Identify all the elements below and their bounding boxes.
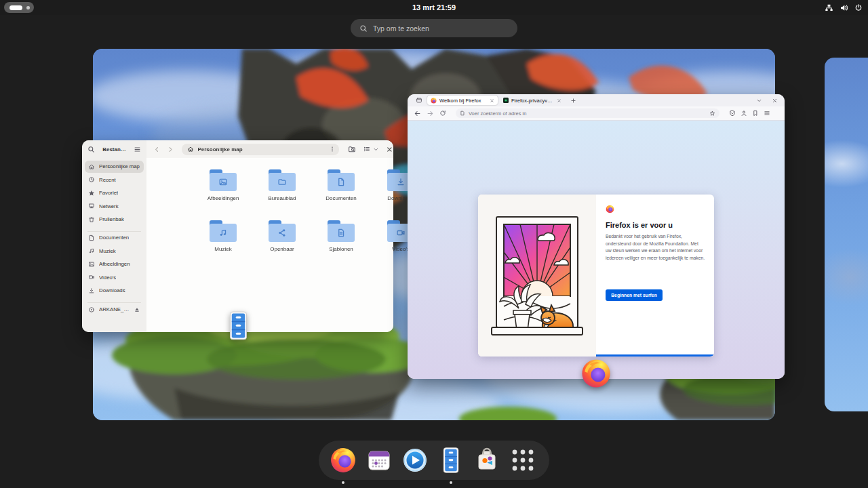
eject-icon[interactable] (134, 306, 140, 313)
folder-icon (208, 167, 239, 193)
app-menu-icon[interactable] (764, 110, 770, 117)
sidebar-item-downloads[interactable]: Downloads (85, 285, 144, 297)
files-window[interactable]: Bestan… Persoonlijke mapRecentFavorietNe… (82, 140, 393, 332)
welcome-card: Firefox is er voor u Bedankt voor het ge… (478, 195, 714, 357)
list-view-icon[interactable] (363, 145, 371, 153)
folder-icon (267, 218, 298, 244)
sidebar-item-prullenbak[interactable]: Prullenbak (85, 214, 144, 226)
sidebar-item-recent[interactable]: Recent (85, 174, 144, 186)
folder-sjablonen[interactable]: Sjablonen (317, 218, 366, 252)
sidebar-item-netwerk[interactable]: Netwerk (85, 201, 144, 213)
forward-icon[interactable] (167, 146, 174, 153)
files-content: Afbeeldingen Bureaublad Documenten Downl… (146, 158, 393, 332)
download-icon (88, 287, 95, 294)
close-tab-icon[interactable] (490, 98, 494, 103)
page-icon (460, 110, 465, 116)
firefox-app-badge-icon[interactable] (580, 358, 612, 389)
sidebar-item-muziek[interactable]: Muziek (85, 245, 144, 258)
disc-icon (88, 306, 95, 313)
url-bar[interactable]: Voer zoekterm of adres in (456, 108, 719, 118)
close-window-icon[interactable] (772, 98, 778, 104)
sidebar-item-afbeeldingen[interactable]: Afbeeldingen (85, 258, 144, 270)
tab-title: Welkom bij Firefox (439, 98, 487, 104)
forward-icon[interactable] (427, 110, 434, 117)
list-tabs-chevron-icon[interactable] (756, 98, 762, 104)
dock (319, 441, 549, 480)
search-folder-icon[interactable] (348, 145, 356, 153)
folder-bureaublad[interactable]: Bureaublad (258, 167, 307, 201)
power-icon (854, 3, 863, 12)
files-sidebar: Bestan… Persoonlijke mapRecentFavorietNe… (82, 140, 147, 332)
search-placeholder: Typ om te zoeken (373, 24, 429, 33)
music-icon (88, 247, 95, 254)
welcome-text-pane: Firefox is er voor u Bedankt voor het ge… (596, 195, 714, 357)
new-tab-icon[interactable] (570, 98, 576, 104)
sidebar-item-persoonlijke-map[interactable]: Persoonlijke map (85, 161, 144, 173)
welcome-heading: Firefox is er voor u (606, 221, 705, 229)
sidebar-item-favoriet[interactable]: Favoriet (85, 187, 144, 199)
files-headerbar: Persoonlijke map (146, 140, 393, 159)
bookmark-star-icon[interactable] (709, 110, 715, 117)
tab-privacy[interactable]: Firefox-privacyverklaring (500, 96, 565, 105)
search-icon (359, 24, 368, 33)
back-icon[interactable] (414, 110, 421, 117)
dock-item-software[interactable] (473, 447, 500, 474)
folder-icon (208, 218, 239, 244)
tab-title: Firefox-privacyverklaring (511, 98, 554, 104)
files-app-badge-icon[interactable] (226, 310, 251, 341)
software-icon (473, 447, 500, 474)
firefox-page: Firefox is er voor u Bedankt voor het ge… (408, 121, 785, 379)
reload-icon[interactable] (439, 110, 446, 117)
sidebar-item-arkane[interactable]: ARKANE_… (85, 304, 144, 316)
dock-item-app-grid[interactable] (509, 447, 536, 474)
trash-icon (88, 216, 95, 223)
firefox-view-icon[interactable] (416, 97, 422, 104)
account-icon[interactable] (741, 110, 747, 117)
top-bar: 13 mrt 21:59 (0, 0, 868, 15)
folder-icon (326, 218, 357, 244)
back-icon[interactable] (153, 146, 161, 153)
bookmarks-banner-icon[interactable] (752, 110, 759, 117)
urlbar-placeholder: Voer zoekterm of adres in (469, 110, 706, 117)
folder-openbaar[interactable]: Openbaar (258, 218, 307, 252)
clock-icon (88, 176, 95, 183)
clock[interactable]: 13 mrt 21:59 (0, 0, 868, 15)
running-indicator-dot (450, 481, 452, 484)
folder-icon (326, 167, 357, 193)
firefox-logo (606, 205, 614, 214)
close-icon[interactable] (386, 146, 393, 153)
system-tray[interactable] (825, 0, 863, 15)
firefox-tab-bar: Welkom bij Firefox Firefox-privacyverkla… (408, 94, 785, 106)
files-app-title: Bestan… (102, 146, 126, 152)
sidebar-item-documenten[interactable]: Documenten (85, 232, 144, 244)
privacy-shield-icon[interactable] (729, 110, 736, 117)
search-icon[interactable] (87, 146, 95, 153)
kebab-menu-icon[interactable] (329, 146, 336, 152)
folder-icon (267, 167, 298, 193)
dock-item-calendar[interactable] (366, 447, 393, 474)
files-icon (437, 447, 465, 474)
dock-item-media-player[interactable] (401, 447, 429, 474)
image-icon (88, 261, 95, 268)
search-input[interactable]: Typ om te zoeken (351, 19, 517, 37)
close-tab-icon[interactable] (557, 98, 561, 103)
dock-item-files[interactable] (437, 447, 465, 474)
view-options-chevron-icon[interactable] (373, 146, 379, 152)
tab-welcome[interactable]: Welkom bij Firefox (427, 96, 498, 105)
network-icon (88, 203, 95, 209)
firefox-window[interactable]: Welkom bij Firefox Firefox-privacyverkla… (408, 94, 785, 379)
hamburger-menu-icon[interactable] (134, 146, 141, 153)
folder-afbeeldingen[interactable]: Afbeeldingen (199, 167, 248, 201)
running-indicator-dot (342, 481, 344, 484)
sidebar-item-video-s[interactable]: Video's (85, 272, 144, 284)
path-bar[interactable]: Persoonlijke map (182, 144, 339, 155)
home-icon (88, 163, 95, 170)
folder-muziek[interactable]: Muziek (199, 218, 248, 252)
folder-documenten[interactable]: Documenten (317, 167, 366, 201)
volume-icon (840, 3, 848, 12)
adjacent-workspace-thumbnail[interactable] (825, 58, 868, 411)
welcome-body: Bedankt voor het gebruik van Firefox, on… (606, 233, 705, 262)
start-browsing-button[interactable]: Beginnen met surfen (606, 289, 663, 301)
firefox-icon (330, 447, 357, 474)
dock-item-firefox[interactable] (330, 447, 357, 474)
